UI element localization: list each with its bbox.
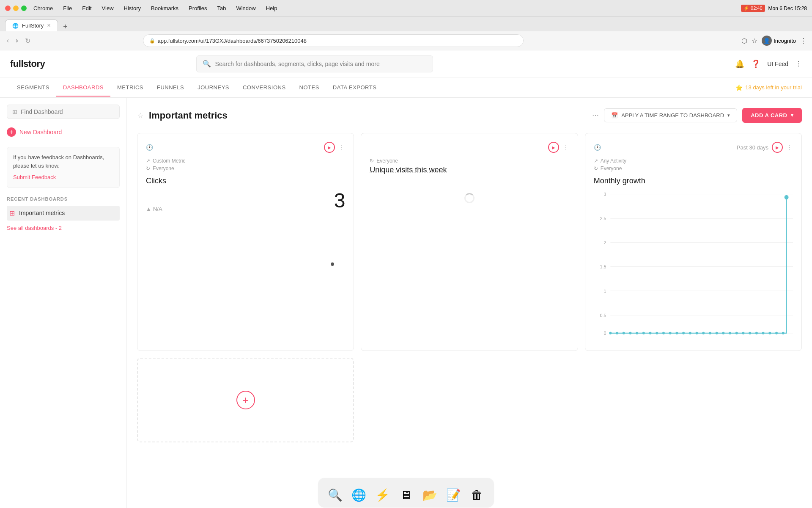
add-card-button[interactable]: ADD A CARD ▾ [742,108,802,123]
svg-point-32 [729,332,731,334]
clicks-title: Clicks [146,177,345,185]
nav-segments[interactable]: SEGMENTS [10,78,56,97]
find-dashboard-icon: ⊞ [12,108,17,115]
monthly-growth-play-button[interactable]: ▶ [772,142,783,153]
monthly-growth-clock-icon: 🕐 [594,144,601,151]
menu-help[interactable]: Help [264,4,279,12]
clicks-play-button[interactable]: ▶ [324,142,335,153]
new-tab-button[interactable]: + [60,22,71,31]
svg-point-25 [682,332,685,334]
nav-journeys[interactable]: JOURNEYS [191,78,236,97]
add-card-chevron-icon: ▾ [791,113,794,118]
dock-app4[interactable]: 🖥 [396,485,416,505]
dock-app3[interactable]: ⚡ [372,485,392,505]
monthly-refresh-icon: ↻ [594,166,598,171]
dashboard-content: ☆ Important metrics ⋯ 📅 APPLY A TIME RAN… [127,98,812,508]
unique-visits-card-actions: ▶ ⋮ [548,142,569,153]
find-dashboard-input[interactable] [21,108,114,115]
past-days-label: Past 30 days [737,144,768,151]
menu-history[interactable]: History [122,4,143,12]
sidebar-item-important-metrics[interactable]: ⊞ Important metrics [7,206,120,221]
feedback-box: If you have feedback on Dashboards, plea… [7,147,120,188]
see-all-dashboards-link[interactable]: See all dashboards - 2 [7,225,120,231]
search-input[interactable] [215,61,427,67]
segment-icon: ↻ [370,158,374,164]
reload-button[interactable]: ↻ [23,35,32,47]
change-arrow-icon: ▲ [146,206,151,212]
ui-feed-link[interactable]: UI Feed [767,61,788,67]
fullstory-logo: fullstory [10,58,45,69]
menu-tab[interactable]: Tab [215,4,228,12]
trial-text: 13 days left in your trial [745,84,802,91]
second-row: + [137,358,802,442]
clicks-card-header: 🕐 ▶ ⋮ [146,142,345,153]
add-placeholder-plus-icon[interactable]: + [236,391,255,409]
incognito-indicator: 👤 Incognito [762,36,796,46]
cast-button[interactable]: ⬡ [741,37,747,45]
unique-visits-play-button[interactable]: ▶ [548,142,559,153]
nav-data-exports[interactable]: DATA EXPORTS [326,78,384,97]
favorite-star-button[interactable]: ☆ [137,111,144,120]
calendar-icon: 📅 [611,112,618,119]
forward-button[interactable]: › [14,35,19,46]
svg-point-21 [656,332,658,334]
clicks-more-button[interactable]: ⋮ [338,144,345,152]
menu-window[interactable]: Window [234,4,257,12]
nav-metrics[interactable]: METRICS [110,78,150,97]
menu-profiles[interactable]: Profiles [187,4,208,12]
nav-notes[interactable]: NOTES [293,78,326,97]
svg-point-36 [755,332,758,334]
app-name: Chrome [33,5,53,11]
svg-point-31 [722,332,724,334]
svg-text:2: 2 [604,240,606,245]
svg-point-33 [735,332,738,334]
fullscreen-button[interactable] [21,6,27,11]
menu-edit[interactable]: Edit [80,4,93,12]
close-button[interactable] [5,6,11,11]
dock-app6[interactable]: 📝 [443,485,464,505]
monthly-growth-segment: ↻ Everyone [594,166,793,171]
monthly-growth-metric-type: ↗ Any Activity [594,158,793,164]
unique-visits-segment: ↻ Everyone [370,158,569,164]
global-search[interactable]: 🔍 [196,55,433,72]
nav-conversions[interactable]: CONVERSIONS [236,78,293,97]
unique-visits-more-button[interactable]: ⋮ [562,144,569,152]
menu-view[interactable]: View [100,4,115,12]
tab-close-button[interactable]: ✕ [47,23,51,28]
apply-time-range-button[interactable]: 📅 APPLY A TIME RANGE TO DASHBOARD ▾ [604,108,737,122]
dashboard-more-button[interactable]: ⋯ [592,111,599,119]
find-dashboard-search[interactable]: ⊞ [7,105,120,119]
svg-point-39 [775,332,778,334]
header-more-button[interactable]: ⋮ [795,60,802,68]
submit-feedback-link[interactable]: Submit Feedback [13,173,113,182]
address-bar[interactable]: 🔒 app.fullstory.com/ui/173GXJ/dashboards… [143,34,524,47]
svg-text:1.5: 1.5 [600,264,606,269]
monthly-growth-more-button[interactable]: ⋮ [786,144,793,152]
extensions-button[interactable]: ⋮ [800,37,807,45]
dock-app5[interactable]: 📂 [420,485,440,505]
nav-dashboards[interactable]: DASHBOARDS [56,78,110,97]
loading-spinner [464,193,475,203]
dock-chrome[interactable]: 🌐 [348,485,369,505]
add-card-placeholder[interactable]: + [137,358,354,442]
svg-point-26 [689,332,691,334]
new-dashboard-button[interactable]: + New Dashboard [7,126,120,138]
nav-items: SEGMENTS DASHBOARDS METRICS FUNNELS JOUR… [10,78,383,97]
minimize-button[interactable] [13,6,19,11]
active-tab[interactable]: 🌐 FullStory ✕ [5,19,58,31]
menu-bar: File Edit View History Bookmarks Profile… [56,4,738,12]
svg-point-19 [642,332,645,334]
nav-funnels[interactable]: FUNNELS [150,78,191,97]
dock-finder[interactable]: 🔍 [325,485,345,505]
notifications-button[interactable]: 🔔 [735,59,744,69]
dashboard-grid-icon: ⊞ [9,209,15,217]
sidebar-item-label: Important metrics [19,210,65,216]
svg-point-28 [702,332,705,334]
bookmark-button[interactable]: ☆ [752,37,757,45]
back-button[interactable]: ‹ [5,35,11,46]
dock-trash[interactable]: 🗑 [467,485,487,505]
menu-file[interactable]: File [61,4,74,12]
monthly-growth-actions: Past 30 days ▶ ⋮ [737,142,793,153]
help-button[interactable]: ❓ [751,59,760,69]
menu-bookmarks[interactable]: Bookmarks [149,4,180,12]
